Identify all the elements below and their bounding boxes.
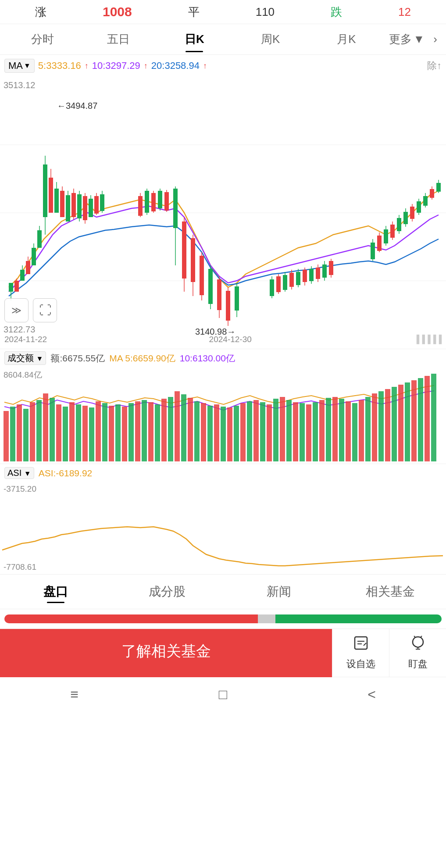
nav-back[interactable]: < (297, 686, 446, 703)
svg-rect-150 (280, 397, 285, 461)
svg-rect-152 (293, 402, 298, 461)
svg-rect-117 (63, 407, 68, 461)
nav-menu[interactable]: ≡ (0, 686, 149, 703)
svg-rect-115 (50, 398, 55, 461)
main-chart: 3513.12 ←3494.87 (0, 77, 446, 349)
svg-rect-143 (234, 406, 239, 461)
monitor-label: 盯盘 (408, 657, 428, 671)
chart-price-high: 3513.12 (4, 80, 35, 90)
nav-home[interactable]: □ (149, 686, 297, 703)
svg-rect-165 (378, 391, 384, 461)
volume-high-label: 8604.84亿 (4, 369, 42, 381)
svg-rect-105 (436, 183, 441, 192)
svg-rect-83 (329, 261, 333, 275)
date-left: 2024-11-22 (4, 335, 47, 344)
tab-fenshi[interactable]: 分时 (4, 26, 80, 52)
monitor-button[interactable]: 盯盘 (389, 629, 446, 677)
svg-rect-65 (270, 279, 274, 296)
volume-header: 成交额 ▼ 额:6675.55亿 MA 5:6659.90亿 10:6130.0… (0, 349, 446, 367)
svg-rect-101 (423, 196, 428, 206)
expand-button[interactable]: ≫ (4, 298, 29, 322)
svg-rect-9 (20, 270, 25, 281)
watchlist-button[interactable]: 设自选 (332, 629, 389, 677)
tab-zhouk[interactable]: 周K (232, 26, 308, 52)
svg-rect-170 (411, 380, 417, 461)
home-icon: □ (219, 686, 227, 702)
tab-bar: 分时 五日 日K 周K 月K 更多 ▼ › (0, 24, 446, 55)
svg-rect-23 (60, 191, 64, 217)
svg-rect-91 (390, 225, 395, 238)
watchlist-icon (353, 635, 369, 655)
fall-count: 110 (256, 5, 275, 19)
svg-rect-132 (161, 399, 167, 461)
svg-rect-61 (226, 291, 230, 321)
svg-rect-123 (102, 403, 107, 461)
tab-chengfen[interactable]: 成分股 (111, 577, 223, 607)
svg-rect-118 (69, 402, 75, 461)
volume-selector[interactable]: 成交额 ▼ (4, 351, 46, 365)
svg-rect-129 (142, 400, 147, 461)
asi-value: ASI:-6189.92 (39, 468, 93, 479)
fullscreen-button[interactable]: ⛶ (33, 298, 57, 322)
svg-rect-149 (273, 399, 278, 461)
svg-rect-31 (83, 196, 87, 220)
fund-button[interactable]: 了解相关基金 (0, 629, 332, 677)
svg-rect-171 (418, 378, 423, 461)
svg-rect-137 (194, 401, 200, 461)
tab-jijin[interactable]: 相关基金 (335, 577, 446, 607)
monitor-icon (410, 635, 426, 655)
ma-selector[interactable]: MA ▼ (4, 59, 35, 73)
tab-rik[interactable]: 日K (157, 26, 232, 52)
svg-rect-103 (430, 189, 434, 198)
svg-rect-155 (313, 402, 318, 461)
tab-more[interactable]: 更多 ▼ (385, 26, 429, 52)
svg-rect-146 (253, 400, 259, 461)
tab-yuek[interactable]: 月K (308, 26, 384, 52)
remove-button[interactable]: 除↑ (427, 59, 442, 72)
svg-rect-67 (276, 276, 281, 292)
svg-rect-53 (191, 238, 195, 282)
svg-line-181 (414, 636, 415, 637)
svg-rect-43 (151, 193, 156, 211)
svg-rect-175 (355, 637, 367, 649)
chart-signal-bars: ▐▐▐▐▐ (414, 335, 442, 344)
svg-rect-63 (235, 286, 239, 311)
svg-rect-128 (135, 401, 140, 461)
date-right: 2024-12-30 (209, 335, 252, 344)
svg-rect-133 (168, 397, 173, 461)
svg-rect-57 (208, 269, 213, 304)
menu-icon: ≡ (70, 686, 78, 702)
ma10-label: 10:3297.29 (92, 60, 140, 71)
svg-rect-140 (214, 404, 219, 461)
svg-rect-136 (188, 398, 193, 461)
tab-scroll-right[interactable]: › (429, 32, 442, 46)
svg-rect-17 (43, 164, 47, 217)
fall-label: 跌 (331, 4, 342, 20)
svg-rect-11 (26, 261, 30, 274)
nav-bar: ≡ □ < (0, 677, 446, 712)
svg-rect-145 (247, 401, 252, 461)
asi-chart: -3715.20 -7708.61 (0, 482, 446, 574)
tab-xinwen[interactable]: 新闻 (223, 577, 335, 607)
svg-rect-99 (417, 201, 421, 213)
svg-rect-168 (398, 385, 403, 461)
tab-wuri[interactable]: 五日 (80, 26, 156, 52)
svg-rect-51 (182, 221, 186, 279)
svg-rect-35 (94, 196, 99, 214)
svg-rect-114 (43, 393, 48, 461)
svg-rect-7 (14, 281, 19, 292)
svg-rect-141 (221, 407, 226, 461)
svg-rect-147 (260, 402, 265, 461)
ma20-label: 20:3258.94 (151, 60, 200, 71)
svg-rect-135 (181, 394, 186, 461)
tab-pankou[interactable]: 盘口 (0, 577, 111, 607)
asi-selector[interactable]: ASI ▼ (4, 467, 34, 479)
svg-rect-130 (148, 402, 153, 461)
progress-bar (4, 614, 442, 623)
svg-rect-27 (71, 193, 76, 217)
svg-rect-81 (322, 264, 327, 278)
ma5-label: 5:3333.16 (38, 60, 81, 71)
action-icons: 设自选 盯盘 (332, 629, 446, 677)
svg-rect-159 (339, 399, 344, 461)
progress-gray (258, 614, 275, 623)
